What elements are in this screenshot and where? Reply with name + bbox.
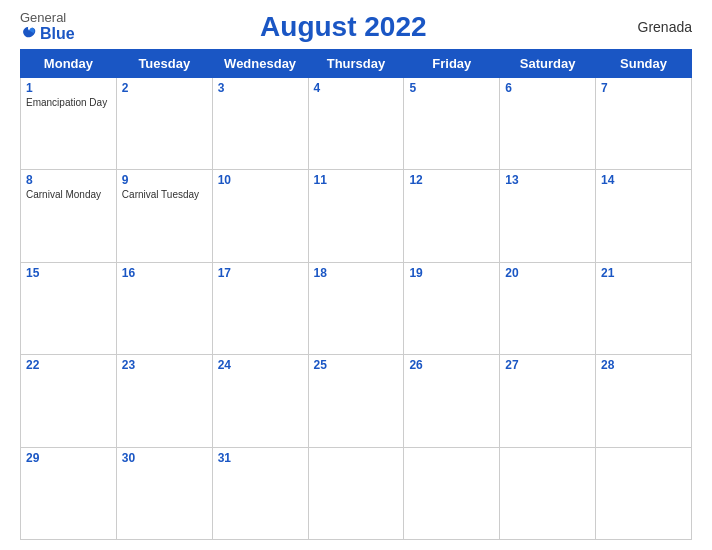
calendar-cell: 4	[308, 78, 404, 170]
calendar-cell: 6	[500, 78, 596, 170]
day-number: 4	[314, 81, 399, 95]
logo-blue-text: Blue	[20, 25, 75, 43]
calendar-cell: 23	[116, 355, 212, 447]
calendar-cell: 7	[596, 78, 692, 170]
calendar-cell: 18	[308, 262, 404, 354]
calendar-cell: 20	[500, 262, 596, 354]
day-number: 31	[218, 451, 303, 465]
day-number: 25	[314, 358, 399, 372]
weekday-header-row: MondayTuesdayWednesdayThursdayFridaySatu…	[21, 50, 692, 78]
day-number: 22	[26, 358, 111, 372]
calendar-cell: 22	[21, 355, 117, 447]
calendar-cell: 10	[212, 170, 308, 262]
logo-general-text: General	[20, 10, 66, 25]
day-number: 6	[505, 81, 590, 95]
weekday-header-sunday: Sunday	[596, 50, 692, 78]
calendar-cell: 13	[500, 170, 596, 262]
day-number: 15	[26, 266, 111, 280]
calendar-cell: 29	[21, 447, 117, 539]
weekday-header-saturday: Saturday	[500, 50, 596, 78]
calendar-cell: 28	[596, 355, 692, 447]
calendar-cell	[500, 447, 596, 539]
calendar-cell: 31	[212, 447, 308, 539]
calendar-cell: 5	[404, 78, 500, 170]
logo: General Blue	[20, 10, 75, 43]
day-number: 8	[26, 173, 111, 187]
week-row-4: 22232425262728	[21, 355, 692, 447]
day-number: 26	[409, 358, 494, 372]
day-number: 5	[409, 81, 494, 95]
country-label: Grenada	[612, 19, 692, 35]
logo-bird-icon	[20, 25, 38, 43]
calendar-cell: 1Emancipation Day	[21, 78, 117, 170]
day-number: 2	[122, 81, 207, 95]
holiday-label: Carnival Tuesday	[122, 189, 207, 200]
day-number: 29	[26, 451, 111, 465]
day-number: 9	[122, 173, 207, 187]
week-row-1: 1Emancipation Day234567	[21, 78, 692, 170]
calendar-cell: 25	[308, 355, 404, 447]
weekday-header-thursday: Thursday	[308, 50, 404, 78]
day-number: 24	[218, 358, 303, 372]
calendar-table: MondayTuesdayWednesdayThursdayFridaySatu…	[20, 49, 692, 540]
day-number: 17	[218, 266, 303, 280]
day-number: 11	[314, 173, 399, 187]
week-row-5: 293031	[21, 447, 692, 539]
day-number: 28	[601, 358, 686, 372]
calendar-cell: 19	[404, 262, 500, 354]
day-number: 27	[505, 358, 590, 372]
day-number: 1	[26, 81, 111, 95]
calendar-cell: 14	[596, 170, 692, 262]
day-number: 21	[601, 266, 686, 280]
day-number: 3	[218, 81, 303, 95]
calendar-cell: 17	[212, 262, 308, 354]
weekday-header-tuesday: Tuesday	[116, 50, 212, 78]
calendar-cell: 11	[308, 170, 404, 262]
day-number: 10	[218, 173, 303, 187]
weekday-header-wednesday: Wednesday	[212, 50, 308, 78]
calendar-cell	[404, 447, 500, 539]
calendar-cell: 26	[404, 355, 500, 447]
day-number: 23	[122, 358, 207, 372]
calendar-cell: 24	[212, 355, 308, 447]
calendar-cell: 16	[116, 262, 212, 354]
week-row-3: 15161718192021	[21, 262, 692, 354]
calendar-cell: 8Carnival Monday	[21, 170, 117, 262]
weekday-header-monday: Monday	[21, 50, 117, 78]
calendar-cell: 15	[21, 262, 117, 354]
calendar-cell	[596, 447, 692, 539]
calendar-cell: 27	[500, 355, 596, 447]
day-number: 7	[601, 81, 686, 95]
day-number: 16	[122, 266, 207, 280]
calendar-header: General Blue August 2022 Grenada	[20, 10, 692, 43]
calendar-cell	[308, 447, 404, 539]
day-number: 12	[409, 173, 494, 187]
day-number: 14	[601, 173, 686, 187]
calendar-cell: 3	[212, 78, 308, 170]
week-row-2: 8Carnival Monday9Carnival Tuesday1011121…	[21, 170, 692, 262]
day-number: 18	[314, 266, 399, 280]
day-number: 13	[505, 173, 590, 187]
calendar-cell: 21	[596, 262, 692, 354]
holiday-label: Carnival Monday	[26, 189, 111, 200]
day-number: 20	[505, 266, 590, 280]
calendar-title: August 2022	[75, 11, 612, 43]
calendar-cell: 30	[116, 447, 212, 539]
weekday-header-friday: Friday	[404, 50, 500, 78]
calendar-cell: 12	[404, 170, 500, 262]
calendar-cell: 2	[116, 78, 212, 170]
day-number: 19	[409, 266, 494, 280]
holiday-label: Emancipation Day	[26, 97, 111, 108]
day-number: 30	[122, 451, 207, 465]
calendar-cell: 9Carnival Tuesday	[116, 170, 212, 262]
